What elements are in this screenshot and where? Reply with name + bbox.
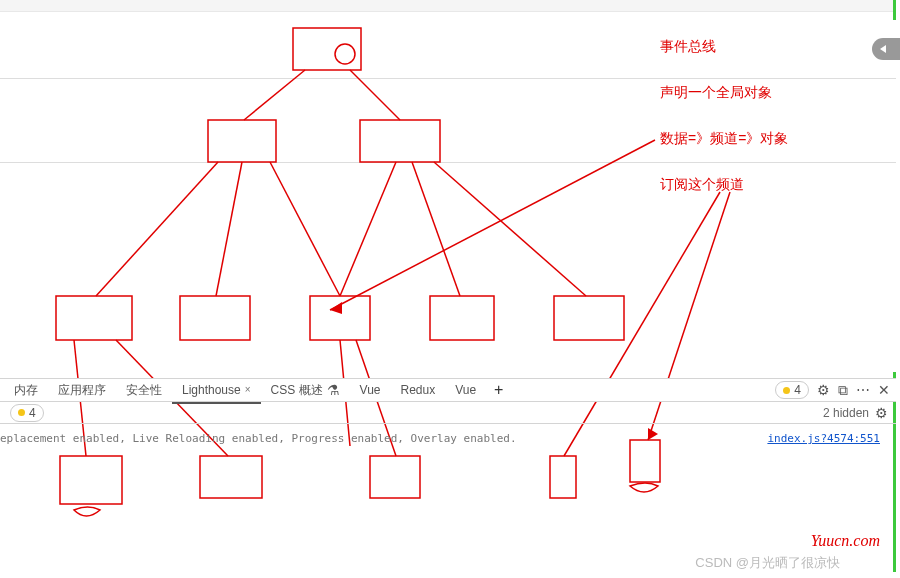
svg-line-17 xyxy=(216,162,242,296)
tab-css-overview[interactable]: CSS 概述 ⚗ xyxy=(261,378,350,402)
annotation-4: 订阅这个频道 xyxy=(660,176,744,194)
close-icon[interactable]: × xyxy=(245,378,251,402)
annotation-3: 数据=》频道=》对象 xyxy=(660,130,788,148)
svg-line-19 xyxy=(340,162,396,296)
tab-application[interactable]: 应用程序 xyxy=(48,378,116,402)
svg-rect-0 xyxy=(293,28,361,70)
svg-rect-4 xyxy=(56,296,132,340)
tab-vue-2[interactable]: Vue xyxy=(445,378,486,402)
console-log-source-link[interactable]: index.js?4574:551 xyxy=(767,432,880,445)
svg-line-18 xyxy=(270,162,340,296)
tab-lighthouse[interactable]: Lighthouse × xyxy=(172,378,261,404)
svg-rect-7 xyxy=(430,296,494,340)
annotation-1: 事件总线 xyxy=(660,38,716,56)
svg-rect-10 xyxy=(200,456,262,498)
close-devtools-icon[interactable]: ✕ xyxy=(878,382,890,398)
svg-line-20 xyxy=(412,162,460,296)
warning-badge[interactable]: 4 xyxy=(775,381,809,399)
tab-security[interactable]: 安全性 xyxy=(116,378,172,402)
beaker-icon: ⚗ xyxy=(327,378,340,402)
tab-memory[interactable]: 内存 xyxy=(4,378,48,402)
browser-top-strip xyxy=(0,0,894,12)
devtools-tabbar: 内存 应用程序 安全性 Lighthouse × CSS 概述 ⚗ Vue Re… xyxy=(0,378,896,402)
warning-dot-icon xyxy=(18,409,25,416)
console-status-bar: 4 2 hidden ⚙ xyxy=(0,402,896,424)
tab-redux[interactable]: Redux xyxy=(390,378,445,402)
add-tab-button[interactable]: + xyxy=(486,381,511,399)
watermark-brand: Yuucn.com xyxy=(811,532,880,550)
console-log-line: eplacement enabled, Live Reloading enabl… xyxy=(0,432,517,445)
svg-marker-27 xyxy=(330,302,342,314)
svg-line-26 xyxy=(330,140,655,310)
svg-rect-11 xyxy=(370,456,420,498)
svg-point-1 xyxy=(335,44,355,64)
svg-rect-3 xyxy=(360,120,440,162)
hidden-count: 2 hidden xyxy=(823,406,869,420)
console-warning-pill[interactable]: 4 xyxy=(10,404,44,422)
warning-count: 4 xyxy=(794,383,801,397)
console-warning-count: 4 xyxy=(29,406,36,420)
more-icon[interactable]: ⋯ xyxy=(856,382,870,398)
svg-rect-13 xyxy=(630,440,660,482)
svg-rect-2 xyxy=(208,120,276,162)
tab-vue-1[interactable]: Vue xyxy=(350,378,391,402)
warning-dot-icon xyxy=(783,387,790,394)
svg-line-21 xyxy=(434,162,586,296)
separator-2 xyxy=(0,162,896,163)
svg-line-16 xyxy=(96,162,218,296)
dock-icon[interactable]: ⧉ xyxy=(838,382,848,399)
svg-marker-30 xyxy=(648,428,658,440)
separator-1 xyxy=(0,78,896,79)
console-gear-icon[interactable]: ⚙ xyxy=(875,405,888,421)
tab-css-overview-label: CSS 概述 xyxy=(271,378,323,402)
svg-rect-9 xyxy=(60,456,122,504)
svg-rect-12 xyxy=(550,456,576,498)
svg-rect-6 xyxy=(310,296,370,340)
annotation-2: 声明一个全局对象 xyxy=(660,84,772,102)
watermark-csdn: CSDN @月光晒了很凉快 xyxy=(695,554,840,572)
svg-rect-8 xyxy=(554,296,624,340)
tab-lighthouse-label: Lighthouse xyxy=(182,378,241,402)
green-indicator-top xyxy=(893,0,896,20)
gear-icon[interactable]: ⚙ xyxy=(817,382,830,398)
side-drawer-tab[interactable] xyxy=(872,38,900,60)
svg-rect-5 xyxy=(180,296,250,340)
